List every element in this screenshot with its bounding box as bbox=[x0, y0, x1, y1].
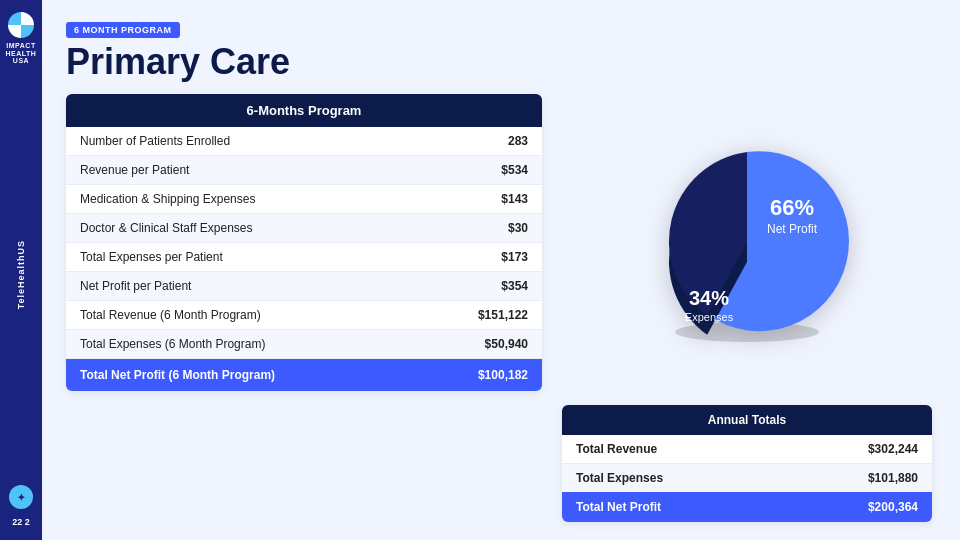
annual-table: Annual Totals Total Revenue $302,244 Tot… bbox=[562, 405, 932, 522]
sidebar-icon[interactable]: ✦ bbox=[9, 485, 33, 509]
annual-row-value: $302,244 bbox=[783, 435, 933, 464]
annual-title: Annual Totals bbox=[562, 405, 932, 435]
table-row: Number of Patients Enrolled 283 bbox=[66, 127, 542, 156]
row-value: 283 bbox=[419, 127, 542, 156]
content-row: 6-Months Program Number of Patients Enro… bbox=[66, 94, 932, 522]
row-value: $30 bbox=[419, 213, 542, 242]
pie-svg: 66% Net Profit 34% Expenses bbox=[637, 137, 857, 347]
table-header: 6-Months Program bbox=[66, 94, 542, 127]
annual-highlight-label: Total Net Profit bbox=[562, 492, 783, 522]
left-panel: 6-Months Program Number of Patients Enro… bbox=[66, 94, 542, 522]
annual-header: Annual Totals bbox=[562, 405, 932, 435]
annual-row-label: Total Revenue bbox=[562, 435, 783, 464]
table-row: Revenue per Patient $534 bbox=[66, 155, 542, 184]
chart-container: 66% Net Profit 34% Expenses bbox=[562, 94, 932, 391]
annual-highlight-value: $200,364 bbox=[783, 492, 933, 522]
table-row: Total Revenue (6 Month Program) $151,122 bbox=[66, 300, 542, 329]
pie-chart: 66% Net Profit 34% Expenses bbox=[637, 137, 857, 347]
highlight-value: $100,182 bbox=[419, 358, 542, 391]
row-value: $173 bbox=[419, 242, 542, 271]
annual-row: Total Expenses $101,880 bbox=[562, 464, 932, 493]
table-row: Total Expenses (6 Month Program) $50,940 bbox=[66, 329, 542, 358]
sidebar-brand: TeleHealthUS bbox=[16, 240, 26, 309]
row-value: $151,122 bbox=[419, 300, 542, 329]
row-label: Net Profit per Patient bbox=[66, 271, 419, 300]
table-title: 6-Months Program bbox=[66, 94, 542, 127]
main-content: 6 MONTH PROGRAM Primary Care 6-Months Pr… bbox=[42, 0, 960, 540]
table-row: Medication & Shipping Expenses $143 bbox=[66, 184, 542, 213]
row-value: $50,940 bbox=[419, 329, 542, 358]
expenses-label-text: Expenses bbox=[685, 311, 734, 323]
row-label: Doctor & Clinical Staff Expenses bbox=[66, 213, 419, 242]
program-badge: 6 MONTH PROGRAM bbox=[66, 22, 180, 38]
row-value: $354 bbox=[419, 271, 542, 300]
sidebar-bottom: ✦ 22 2 bbox=[9, 485, 33, 528]
table-row: Net Profit per Patient $354 bbox=[66, 271, 542, 300]
annual-row-value: $101,880 bbox=[783, 464, 933, 493]
annual-highlight-row: Total Net Profit $200,364 bbox=[562, 492, 932, 522]
page-number: 22 2 bbox=[12, 517, 30, 528]
logo-circle bbox=[8, 12, 34, 38]
net-profit-pct-text: 66% bbox=[770, 195, 814, 220]
row-label: Total Expenses (6 Month Program) bbox=[66, 329, 419, 358]
row-value: $143 bbox=[419, 184, 542, 213]
right-panel: 66% Net Profit 34% Expenses Annual Total… bbox=[562, 94, 932, 522]
row-label: Total Revenue (6 Month Program) bbox=[66, 300, 419, 329]
highlight-row: Total Net Profit (6 Month Program) $100,… bbox=[66, 358, 542, 391]
logo-text: IMPACTHEALTH USA bbox=[0, 42, 42, 65]
row-label: Revenue per Patient bbox=[66, 155, 419, 184]
header-area: 6 MONTH PROGRAM Primary Care bbox=[66, 22, 932, 82]
logo: IMPACTHEALTH USA bbox=[0, 12, 42, 65]
row-value: $534 bbox=[419, 155, 542, 184]
table-row: Total Expenses per Patient $173 bbox=[66, 242, 542, 271]
data-table: 6-Months Program Number of Patients Enro… bbox=[66, 94, 542, 391]
table-row: Doctor & Clinical Staff Expenses $30 bbox=[66, 213, 542, 242]
annual-row-label: Total Expenses bbox=[562, 464, 783, 493]
row-label: Medication & Shipping Expenses bbox=[66, 184, 419, 213]
highlight-label: Total Net Profit (6 Month Program) bbox=[66, 358, 419, 391]
net-profit-label-text: Net Profit bbox=[767, 222, 818, 236]
row-label: Number of Patients Enrolled bbox=[66, 127, 419, 156]
row-label: Total Expenses per Patient bbox=[66, 242, 419, 271]
sidebar: IMPACTHEALTH USA TeleHealthUS ✦ 22 2 bbox=[0, 0, 42, 540]
page-title: Primary Care bbox=[66, 42, 932, 82]
expenses-pct-text: 34% bbox=[689, 287, 729, 309]
annual-row: Total Revenue $302,244 bbox=[562, 435, 932, 464]
